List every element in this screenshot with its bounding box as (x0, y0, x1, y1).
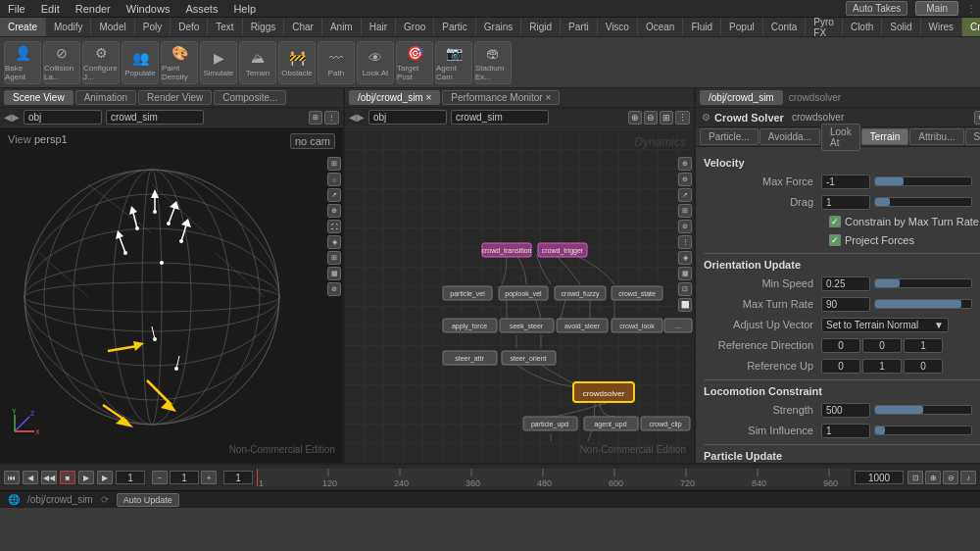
tool-target-post[interactable]: 🎯 Target Post (396, 41, 433, 84)
tool-tab-cloth[interactable]: Cloth (843, 18, 882, 36)
tool-tab-popul[interactable]: Popul (721, 18, 763, 36)
tool-configure[interactable]: ⚙ Configure J... (82, 41, 120, 84)
drag-input[interactable]: 1 (821, 195, 870, 210)
tool-tab-text[interactable]: Text (208, 18, 242, 36)
max-turn-slider[interactable] (874, 299, 972, 309)
middle-btn1[interactable]: ⊕ (628, 111, 642, 125)
tool-tab-partic[interactable]: Partic (434, 18, 476, 36)
auto-update-button[interactable]: Auto Update (117, 493, 179, 507)
tool-tab-crowds[interactable]: Crowds (962, 18, 980, 36)
btn-play[interactable]: ▶ (78, 471, 94, 484)
tool-look-at[interactable]: 👁 Look At (357, 41, 394, 84)
left-snap-btn[interactable]: ⊞ (309, 111, 322, 125)
node-tool-1[interactable]: ⊕ (678, 157, 692, 171)
node-tool-10[interactable]: ⬜ (678, 298, 692, 312)
crowd-tab-substeps[interactable]: Substeps (965, 128, 981, 145)
node-tool-3[interactable]: ↗ (678, 188, 692, 202)
node-viewport[interactable]: Dynamics (345, 127, 694, 463)
tool-simulate[interactable]: ▶ Simulate (200, 41, 237, 84)
tool-tab-parti[interactable]: Parti (561, 18, 598, 36)
left-obj-input[interactable] (24, 110, 102, 125)
node-tool-9[interactable]: ⊡ (678, 282, 692, 296)
tool-tab-riggs[interactable]: Riggs (243, 18, 285, 36)
vp-tool-9[interactable]: ⊘ (327, 282, 341, 296)
tab-scene-view[interactable]: Scene View (4, 90, 74, 105)
btn-step-minus[interactable]: − (152, 471, 168, 484)
max-force-input[interactable]: -1 (821, 175, 870, 189)
left-crowdsim-input[interactable] (106, 110, 204, 125)
node-tool-6[interactable]: ⋮ (678, 235, 692, 249)
tool-tab-hair[interactable]: Hair (362, 18, 396, 36)
timeline-ruler[interactable]: 1 120 240 360 480 600 720 840 960 (257, 469, 851, 486)
zoom-in-btn[interactable]: ⊕ (925, 471, 941, 484)
node-tool-7[interactable]: ◈ (678, 251, 692, 265)
tool-tab-solid[interactable]: Solid (882, 18, 920, 36)
ref-up-z[interactable]: 0 (904, 359, 943, 374)
max-turn-input[interactable]: 90 (821, 297, 870, 312)
main-button[interactable]: Main (915, 1, 958, 16)
tool-tab-modify[interactable]: Modify (46, 18, 91, 36)
crowd-settings-btn[interactable]: ⚙ (974, 111, 980, 125)
tool-collision[interactable]: ⊘ Collision La... (43, 41, 80, 84)
drag-slider[interactable] (874, 197, 972, 207)
tool-tab-create[interactable]: Create (0, 18, 46, 36)
tool-tab-groo[interactable]: Groo (396, 18, 434, 36)
vp-tool-3[interactable]: ↗ (327, 188, 341, 202)
tool-tab-wires[interactable]: Wires (921, 18, 963, 36)
tool-stadium[interactable]: 🏟 Stadium Ex... (474, 41, 512, 84)
tab-right-crowd-sim[interactable]: /obj/crowd_sim (700, 90, 783, 105)
crowd-tab-attribu[interactable]: Attribu... (909, 128, 963, 145)
node-tool-8[interactable]: ▦ (678, 267, 692, 280)
menu-windows[interactable]: Windows (122, 2, 174, 16)
tool-tab-poly[interactable]: Poly (135, 18, 171, 36)
end-frame-display[interactable]: 1000 (855, 471, 904, 484)
vp-tool-2[interactable]: ○ (327, 173, 341, 186)
btn-play-back[interactable]: ◀◀ (41, 471, 57, 484)
crowd-tab-terrain[interactable]: Terrain (861, 128, 909, 145)
ref-direction-y[interactable]: 0 (862, 338, 902, 353)
tool-terrain[interactable]: ⛰ Terrain (239, 41, 276, 84)
crowd-tab-avoidda[interactable]: Avoidda... (760, 128, 820, 145)
fps-input[interactable] (223, 471, 253, 484)
tool-tab-ocean[interactable]: Ocean (638, 18, 683, 36)
vp-tool-8[interactable]: ▦ (327, 267, 341, 280)
vp-tool-6[interactable]: ◈ (327, 235, 341, 249)
ref-up-y[interactable]: 1 (862, 359, 902, 374)
sim-influence-input[interactable]: 1 (821, 424, 870, 438)
btn-prev-frame[interactable]: ◀ (23, 471, 38, 484)
btn-next-frame[interactable]: ▶ (97, 471, 113, 484)
tool-tab-visco[interactable]: Visco (598, 18, 638, 36)
vp-tool-4[interactable]: ⊕ (327, 204, 341, 218)
node-tool-2[interactable]: ⊖ (678, 173, 692, 186)
vp-tool-5[interactable]: ⛶ (327, 220, 341, 233)
btn-stop[interactable]: ■ (60, 471, 75, 484)
min-speed-slider[interactable] (874, 278, 972, 288)
vp-tool-1[interactable]: ⊞ (327, 157, 341, 171)
ref-up-x[interactable]: 0 (821, 359, 860, 374)
crowd-tab-particle[interactable]: Particle... (700, 128, 759, 145)
max-force-slider[interactable] (874, 176, 972, 186)
adjust-up-dropdown[interactable]: Set to Terrain Normal ▼ (821, 318, 949, 332)
menu-render[interactable]: Render (72, 2, 115, 16)
tool-tab-model[interactable]: Model (91, 18, 134, 36)
strength-input[interactable]: 500 (821, 403, 870, 418)
step-size-input[interactable] (170, 471, 199, 484)
tool-tab-char[interactable]: Char (284, 18, 322, 36)
node-tool-5[interactable]: ⊘ (678, 220, 692, 233)
tab-composite[interactable]: Composite... (214, 90, 286, 105)
middle-btn4[interactable]: ⋮ (675, 111, 690, 125)
menu-edit[interactable]: Edit (37, 2, 64, 16)
vp-tool-7[interactable]: ⊞ (327, 251, 341, 265)
tab-render-view[interactable]: Render View (138, 90, 212, 105)
menu-help[interactable]: Help (229, 2, 260, 16)
middle-crowdsim-input[interactable] (451, 110, 549, 125)
left-grid-btn[interactable]: ⋮ (324, 111, 339, 125)
current-frame-input[interactable] (116, 471, 145, 484)
tool-tab-conta[interactable]: Conta (763, 18, 807, 36)
tool-populate[interactable]: 👥 Populate (122, 41, 159, 84)
tool-tab-defo[interactable]: Defo (171, 18, 208, 36)
tool-tab-rigid[interactable]: Rigid (521, 18, 561, 36)
tab-animation[interactable]: Animation (75, 90, 136, 105)
tool-tab-grains[interactable]: Grains (476, 18, 521, 36)
tool-tab-fluid[interactable]: Fluid (683, 18, 721, 36)
